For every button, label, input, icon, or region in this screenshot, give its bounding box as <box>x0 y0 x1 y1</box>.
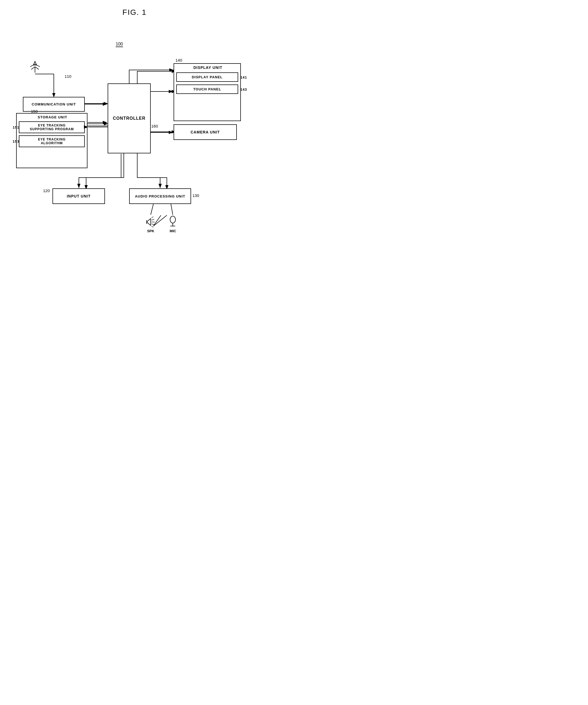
svg-line-36 <box>171 204 173 215</box>
ref-160: 160 <box>151 124 158 128</box>
camera-unit-box: CAMERA UNIT <box>174 124 237 140</box>
figure-title: FIG. 1 <box>0 0 269 17</box>
ref-141: 141 <box>240 75 247 79</box>
storage-unit-box: STORAGE UNIT EYE TRACKINGSUPPORTING PROG… <box>16 113 87 168</box>
svg-line-15 <box>147 222 151 226</box>
eye-tracking-supporting-box: EYE TRACKINGSUPPORTING PROGRAM 151 <box>19 121 85 133</box>
ref-143: 143 <box>240 87 247 91</box>
ref-120: 120 <box>43 188 50 193</box>
svg-line-22 <box>151 226 153 227</box>
svg-line-14 <box>147 219 151 222</box>
svg-marker-13 <box>33 61 37 65</box>
display-panel-box: DISPLAY PANEL 141 <box>176 73 238 82</box>
antenna-icon <box>29 59 41 75</box>
svg-line-21 <box>151 224 154 225</box>
svg-line-18 <box>151 217 153 218</box>
display-unit-label: DISPLAY UNIT <box>176 65 238 70</box>
ref-130: 130 <box>192 193 199 198</box>
storage-unit-label: STORAGE UNIT <box>19 115 85 119</box>
svg-line-35 <box>151 204 153 215</box>
display-unit-box: DISPLAY UNIT DISPLAY PANEL 141 TOUCH PAN… <box>174 63 241 121</box>
mic-icon: MIC <box>168 215 178 233</box>
mic-label: MIC <box>168 229 178 233</box>
ref-110: 110 <box>64 74 71 79</box>
svg-point-23 <box>170 216 175 223</box>
spk-label: SPK <box>144 229 157 233</box>
svg-line-10 <box>35 67 39 69</box>
touch-panel-box: TOUCH PANEL 143 <box>176 85 238 94</box>
eye-tracking-algorithm-box: EYE TRACKINGALGORITHM 153 <box>19 135 85 147</box>
diagram-container: FIG. 1 100 <box>0 0 269 323</box>
svg-line-19 <box>151 219 154 220</box>
ref-153: 153 <box>13 139 19 143</box>
ref-151: 151 <box>13 126 19 130</box>
controller-box: CONTROLLER <box>108 83 151 153</box>
input-unit-box: INPUT UNIT <box>52 188 105 204</box>
ref-140: 140 <box>175 58 182 62</box>
main-ref-label: 100 <box>116 42 123 47</box>
svg-line-9 <box>31 67 35 69</box>
speaker-icon: SPK <box>144 215 157 233</box>
audio-processing-unit-box: AUDIO PROCESSING UNIT <box>129 188 191 204</box>
